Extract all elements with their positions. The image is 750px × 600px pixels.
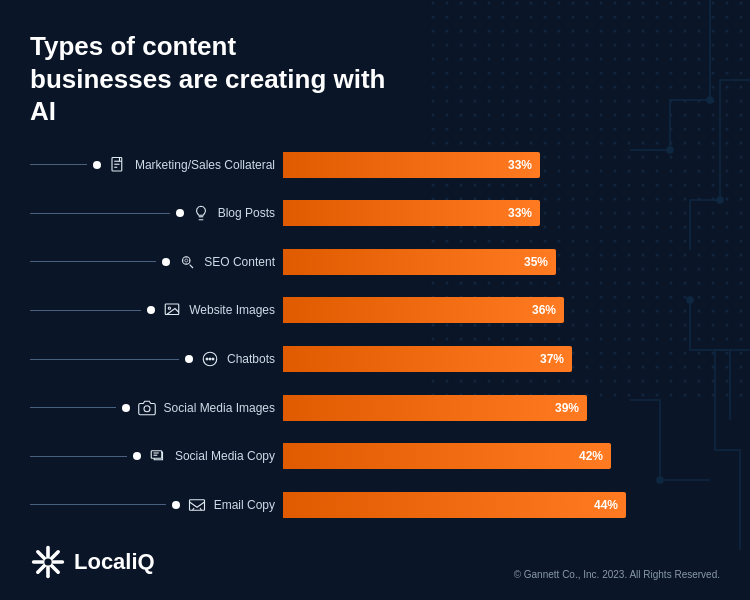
- svg-rect-19: [165, 304, 179, 315]
- svg-point-22: [206, 358, 208, 360]
- row-left-0: Marketing/Sales Collateral: [30, 154, 275, 176]
- footer: LocaliQ © Gannett Co., Inc. 2023. All Ri…: [30, 536, 720, 580]
- bar-4: 37%: [283, 346, 572, 372]
- bar-container-6: 42%: [275, 443, 720, 469]
- svg-point-34: [44, 558, 51, 565]
- search-settings-icon: [176, 251, 198, 273]
- chart-row: SEO Content 35%: [30, 243, 720, 281]
- chart-area: Marketing/Sales Collateral 33% Blog Post…: [30, 146, 720, 525]
- chat-icon: [199, 348, 221, 370]
- chart-row: Social Media Copy 42%: [30, 437, 720, 475]
- social-copy-icon: [147, 445, 169, 467]
- bar-1: 33%: [283, 200, 540, 226]
- bar-container-5: 39%: [275, 395, 720, 421]
- connector-line: [30, 310, 141, 311]
- connector-line: [30, 504, 166, 505]
- row-dot: [172, 501, 180, 509]
- row-label: Marketing/Sales Collateral: [135, 158, 275, 172]
- bar-percent-label: 35%: [524, 255, 548, 269]
- chart-row: Website Images 36%: [30, 291, 720, 329]
- bar-6: 42%: [283, 443, 611, 469]
- title-section: Types of content businesses are creating…: [30, 30, 720, 128]
- row-label: SEO Content: [204, 255, 275, 269]
- bar-0: 33%: [283, 152, 540, 178]
- bar-5: 39%: [283, 395, 587, 421]
- bar-3: 36%: [283, 297, 564, 323]
- logo-area: LocaliQ: [30, 544, 155, 580]
- connector-line: [30, 456, 127, 457]
- bar-container-4: 37%: [275, 346, 720, 372]
- copyright-text: © Gannett Co., Inc. 2023. All Rights Res…: [514, 569, 720, 580]
- chart-row: Marketing/Sales Collateral 33%: [30, 146, 720, 184]
- connector-line: [30, 359, 179, 360]
- main-container: Types of content businesses are creating…: [0, 0, 750, 600]
- row-label: Website Images: [189, 303, 275, 317]
- chart-row: Chatbots 37%: [30, 340, 720, 378]
- row-left-7: Email Copy: [30, 494, 275, 516]
- row-dot: [176, 209, 184, 217]
- bar-percent-label: 39%: [555, 401, 579, 415]
- svg-point-23: [209, 358, 211, 360]
- localiq-logo-icon: [30, 544, 66, 580]
- svg-line-13: [190, 264, 193, 267]
- bar-percent-label: 42%: [579, 449, 603, 463]
- document-icon: [107, 154, 129, 176]
- bar-container-7: 44%: [275, 492, 720, 518]
- svg-rect-26: [151, 451, 162, 459]
- connector-line: [30, 261, 156, 262]
- svg-point-12: [183, 257, 191, 265]
- row-left-1: Blog Posts: [30, 202, 275, 224]
- chart-row: Blog Posts 33%: [30, 194, 720, 232]
- row-dot: [133, 452, 141, 460]
- row-dot: [185, 355, 193, 363]
- image-icon: [161, 299, 183, 321]
- row-label: Blog Posts: [218, 206, 275, 220]
- svg-point-25: [144, 405, 150, 411]
- svg-point-24: [212, 358, 214, 360]
- logo-text: LocaliQ: [74, 549, 155, 575]
- bar-container-0: 33%: [275, 152, 720, 178]
- row-left-4: Chatbots: [30, 348, 275, 370]
- connector-line: [30, 407, 116, 408]
- bar-percent-label: 44%: [594, 498, 618, 512]
- lightbulb-icon: [190, 202, 212, 224]
- bar-percent-label: 36%: [532, 303, 556, 317]
- row-dot: [122, 404, 130, 412]
- connector-line: [30, 213, 170, 214]
- svg-point-20: [168, 307, 170, 309]
- svg-rect-29: [189, 500, 204, 511]
- row-left-5: Social Media Images: [30, 397, 275, 419]
- row-dot: [93, 161, 101, 169]
- row-left-3: Website Images: [30, 299, 275, 321]
- row-label: Email Copy: [214, 498, 275, 512]
- bar-container-2: 35%: [275, 249, 720, 275]
- bar-7: 44%: [283, 492, 626, 518]
- bar-percent-label: 33%: [508, 158, 532, 172]
- camera-icon: [136, 397, 158, 419]
- row-dot: [147, 306, 155, 314]
- row-dot: [162, 258, 170, 266]
- bar-percent-label: 33%: [508, 206, 532, 220]
- connector-line: [30, 164, 87, 165]
- svg-point-14: [185, 259, 188, 262]
- bar-container-1: 33%: [275, 200, 720, 226]
- bar-container-3: 36%: [275, 297, 720, 323]
- bar-2: 35%: [283, 249, 556, 275]
- row-left-6: Social Media Copy: [30, 445, 275, 467]
- row-label: Social Media Copy: [175, 449, 275, 463]
- page-title: Types of content businesses are creating…: [30, 30, 410, 128]
- bar-percent-label: 37%: [540, 352, 564, 366]
- row-left-2: SEO Content: [30, 251, 275, 273]
- row-label: Social Media Images: [164, 401, 275, 415]
- email-icon: [186, 494, 208, 516]
- chart-row: Email Copy 44%: [30, 486, 720, 524]
- chart-row: Social Media Images 39%: [30, 389, 720, 427]
- row-label: Chatbots: [227, 352, 275, 366]
